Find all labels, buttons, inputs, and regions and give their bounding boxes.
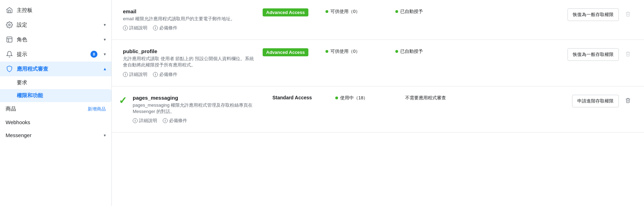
detail-label-email: 詳細說明	[129, 25, 147, 31]
delete-button-pages-messaging[interactable]	[623, 95, 633, 107]
perm-name-public-profile: public_profile	[123, 48, 256, 54]
chevron-down-icon: ▾	[104, 133, 106, 138]
status-dot-public-profile	[325, 50, 328, 53]
detail-label-pages-messaging: 詳細說明	[139, 118, 157, 124]
perm-action-col-pages-messaging: 申請進階存取權限	[475, 95, 633, 107]
sidebar-item-settings[interactable]: 設定 ▾	[0, 17, 111, 32]
info-circle-detail-public-profile: i	[123, 72, 128, 77]
perm-badge-col-email: Advanced Access	[263, 8, 319, 16]
perm-auto-col-pages-messaging: 不需要應用程式審查	[405, 95, 468, 101]
perm-links-public-profile: i 詳細說明 i 必備條件	[123, 71, 256, 78]
sidebar-item-messenger[interactable]: Messenger ▾	[0, 129, 111, 142]
access-badge-email: Advanced Access	[263, 8, 308, 16]
access-badge-pages-messaging: Standard Access	[272, 95, 312, 100]
perm-name-email: email	[123, 8, 256, 14]
main-content: email email 權限允許應用程式讀取用戶的主要電子郵件地址。 i 詳細說…	[112, 0, 644, 206]
info-circle-detail-pages-messaging: i	[133, 118, 138, 123]
svg-point-0	[9, 24, 10, 26]
svg-rect-1	[7, 37, 12, 42]
perm-detail-link-pages-messaging[interactable]: i 詳細說明	[133, 118, 157, 124]
access-badge-public-profile: Advanced Access	[263, 48, 308, 56]
sidebar: 主控板 設定 ▾ 角色 ▾ 提示 8 ▾ 應用程式審查 ▴ 要求	[0, 0, 112, 206]
perm-desc-pages-messaging: pages_messaging 權限允許應用程式管理及存取粉絲專頁在 Messe…	[133, 102, 265, 115]
status-text-public-profile: 可供使用（0）	[330, 48, 360, 55]
restore-button-email[interactable]: 恢復為一般存取權限	[568, 8, 619, 21]
auto-text-public-profile: 已自動授予	[400, 48, 423, 55]
perm-status-col-public-profile: 可供使用（0）	[325, 48, 388, 55]
perm-detail-link-email[interactable]: i 詳細說明	[123, 25, 147, 31]
chevron-down-icon: ▾	[104, 37, 106, 42]
sidebar-sub-item-permissions[interactable]: 權限和功能	[0, 89, 111, 102]
permission-row-pages-messaging: ✓ pages_messaging pages_messaging 權限允許應用…	[112, 86, 644, 133]
shield-icon	[6, 65, 13, 73]
sidebar-item-dashboard[interactable]: 主控板	[0, 3, 111, 17]
status-text-pages-messaging: 使用中（18）	[340, 95, 368, 101]
info-circle-prereq-pages-messaging: i	[163, 118, 168, 123]
home-icon	[6, 6, 13, 14]
chevron-down-icon: ▾	[104, 52, 106, 57]
auto-text-pages-messaging: 不需要應用程式審查	[405, 95, 446, 101]
detail-label-public-profile: 詳細說明	[129, 71, 147, 78]
info-circle-prereq-email: i	[153, 26, 158, 30]
sidebar-sub-item-requirements[interactable]: 要求	[0, 76, 111, 89]
prereq-label-pages-messaging: 必備條件	[169, 118, 187, 124]
info-circle-prereq-public-profile: i	[153, 72, 158, 77]
sidebar-item-label: 商品	[6, 106, 84, 112]
sidebar-item-label: 角色	[17, 36, 27, 43]
perm-status-col-pages-messaging: 使用中（18）	[335, 95, 398, 101]
chevron-up-icon: ▴	[104, 66, 106, 71]
perm-action-col-email: 恢復為一般存取權限	[465, 8, 633, 21]
perm-prereq-link-pages-messaging[interactable]: i 必備條件	[163, 118, 187, 124]
check-mark-pages-messaging: ✓	[119, 95, 127, 106]
bell-icon	[6, 50, 13, 58]
sidebar-item-label: Webhooks	[6, 119, 30, 125]
sidebar-item-products[interactable]: 商品 新增商品	[0, 102, 111, 116]
auto-dot-email	[395, 10, 398, 13]
perm-links-email: i 詳細說明 i 必備條件	[123, 25, 256, 31]
status-dot-email	[325, 10, 328, 13]
restore-button-public-profile[interactable]: 恢復為一般存取權限	[568, 48, 619, 61]
perm-badge-col-pages-messaging: Standard Access	[272, 95, 328, 100]
sidebar-item-alerts[interactable]: 提示 8 ▾	[0, 47, 111, 62]
alert-badge: 8	[90, 51, 97, 58]
sidebar-item-label: 設定	[17, 22, 27, 28]
perm-desc-email: email 權限允許應用程式讀取用戶的主要電子郵件地址。	[123, 16, 256, 22]
sidebar-item-webhooks[interactable]: Webhooks	[0, 116, 111, 129]
perm-action-col-public-profile: 恢復為一般存取權限	[465, 48, 633, 61]
perm-status-col-email: 可供使用（0）	[325, 8, 388, 15]
perm-auto-col-public-profile: 已自動授予	[395, 48, 458, 55]
upgrade-button-pages-messaging[interactable]: 申請進階存取權限	[572, 95, 619, 107]
auto-dot-public-profile	[395, 50, 398, 53]
delete-button-public-profile	[623, 49, 633, 60]
sidebar-item-app-review[interactable]: 應用程式審查 ▴	[0, 62, 111, 76]
perm-info-pages-messaging: pages_messaging pages_messaging 權限允許應用程式…	[133, 95, 265, 124]
perm-detail-link-public-profile[interactable]: i 詳細說明	[123, 71, 147, 78]
perm-links-pages-messaging: i 詳細說明 i 必備條件	[133, 118, 265, 124]
sidebar-sub-label: 權限和功能	[17, 92, 43, 99]
chevron-down-icon: ▾	[104, 22, 106, 27]
sidebar-item-roles[interactable]: 角色 ▾	[0, 32, 111, 47]
sidebar-item-label: 應用程式審查	[17, 66, 48, 72]
permission-row-public-profile: public_profile 允許應用程式讀取 使用者 節點上的 預設公開個人資…	[112, 40, 644, 86]
perm-prereq-link-email[interactable]: i 必備條件	[153, 25, 177, 31]
prereq-label-public-profile: 必備條件	[159, 71, 177, 78]
sidebar-item-label: Messenger	[6, 132, 31, 138]
permission-row-email: email email 權限允許應用程式讀取用戶的主要電子郵件地址。 i 詳細說…	[112, 0, 644, 40]
prereq-label-email: 必備條件	[159, 25, 177, 31]
gear-icon	[6, 21, 13, 29]
perm-name-pages-messaging: pages_messaging	[133, 95, 265, 101]
perm-auto-col-email: 已自動授予	[395, 8, 458, 15]
role-icon	[6, 36, 13, 43]
status-dot-pages-messaging	[335, 97, 338, 99]
info-circle-detail-email: i	[123, 26, 128, 30]
sidebar-sub-label: 要求	[17, 79, 27, 86]
perm-badge-col-public-profile: Advanced Access	[263, 48, 319, 56]
perm-desc-public-profile: 允許應用程式讀取 使用者 節點上的 預設公開個人資料欄位。系統會自動將此權限授予…	[123, 56, 256, 68]
perm-info-email: email email 權限允許應用程式讀取用戶的主要電子郵件地址。 i 詳細說…	[123, 8, 256, 31]
delete-button-email	[623, 9, 633, 20]
perm-prereq-link-public-profile[interactable]: i 必備條件	[153, 71, 177, 78]
sidebar-item-label: 主控板	[17, 7, 32, 14]
auto-text-email: 已自動授予	[400, 8, 423, 15]
add-product-link[interactable]: 新增商品	[88, 106, 106, 112]
sidebar-item-label: 提示	[17, 51, 27, 58]
